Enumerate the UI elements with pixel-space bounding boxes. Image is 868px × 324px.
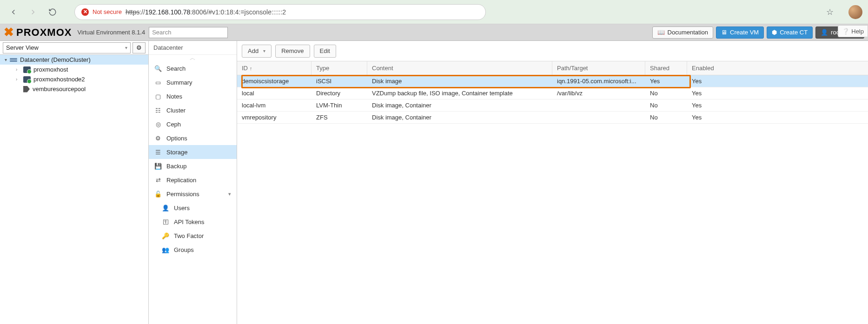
nav-item-options[interactable]: ⚙Options <box>149 131 237 145</box>
table-row[interactable]: vmrepository ZFS Disk image, Container N… <box>237 112 868 124</box>
nav-collapse-handle[interactable]: ︿ <box>149 55 237 61</box>
book-icon: ▭ <box>154 79 162 86</box>
notes-icon: ▢ <box>154 93 162 100</box>
create-vm-button[interactable]: 🖥 Create VM <box>716 26 764 39</box>
server-icon <box>23 66 31 73</box>
tree-node-label: Datacenter (DemoCluster) <box>20 56 91 63</box>
nav-item-ceph[interactable]: ◎Ceph <box>149 117 237 131</box>
storage-icon: ☰ <box>154 149 162 156</box>
search-input[interactable]: Search <box>149 27 228 38</box>
tree-node-host-2[interactable]: › proxmoxhostnode2 <box>0 74 148 84</box>
expand-icon[interactable]: › <box>16 77 20 82</box>
tree-node-pool[interactable]: vemburesourcepool <box>0 84 148 94</box>
profile-avatar[interactable] <box>848 5 862 19</box>
edit-button[interactable]: Edit <box>314 45 336 58</box>
pool-icon <box>23 86 30 93</box>
nav-item-groups[interactable]: 👥Groups <box>149 243 237 257</box>
nav-item-users[interactable]: 👤Users <box>149 201 237 215</box>
nav-label: Cluster <box>166 107 186 114</box>
monitor-icon: 🖥 <box>721 29 727 36</box>
nav-item-notes[interactable]: ▢Notes <box>149 89 237 103</box>
help-button[interactable]: ❔ Help <box>838 25 868 37</box>
chevron-down-icon: ▾ <box>228 191 231 197</box>
table-row[interactable]: local-lvm LVM-Thin Disk image, Container… <box>237 99 868 112</box>
brand-logo: ✖ PROXMOX <box>4 25 72 40</box>
table-row[interactable]: demoiscsistorage iSCSI Disk image iqn.19… <box>237 75 868 87</box>
cell-content: Disk image, Container <box>367 114 552 121</box>
tree-node-label: proxmoxhostnode2 <box>33 76 85 83</box>
col-enabled[interactable]: Enabled <box>687 61 723 75</box>
nav-item-replication[interactable]: ⇄Replication <box>149 173 237 187</box>
nav-label: Users <box>174 205 190 212</box>
nav-item-summary[interactable]: ▭Summary <box>149 75 237 89</box>
cell-shared: No <box>645 90 687 97</box>
nav-item-cluster[interactable]: ☷Cluster <box>149 103 237 117</box>
address-bar[interactable]: ✕ Not secure https://192.168.100.78:8006… <box>74 4 486 20</box>
col-path[interactable]: Path/Target <box>552 61 645 75</box>
tree-settings-button[interactable]: ⚙ <box>133 42 146 53</box>
view-selector-label: Server View <box>6 44 39 51</box>
nav-label: Storage <box>166 149 188 156</box>
cell-shared: No <box>645 114 687 121</box>
col-content[interactable]: Content <box>367 61 552 75</box>
nav-label: Notes <box>166 93 182 100</box>
documentation-button[interactable]: 📖 Documentation <box>652 26 713 39</box>
table-row[interactable]: local Directory VZDump backup file, ISO … <box>237 87 868 99</box>
col-shared[interactable]: Shared <box>645 61 687 75</box>
bookmark-icon[interactable]: ☆ <box>826 7 834 17</box>
edit-label: Edit <box>320 47 330 54</box>
tree-header: Server View ▾ ⚙ <box>0 41 148 55</box>
create-ct-button[interactable]: ⬢ Create CT <box>767 26 813 39</box>
tree-node-host-1[interactable]: › proxmoxhost <box>0 65 148 74</box>
nav-item-api-tokens[interactable]: ⚿API Tokens <box>149 215 237 229</box>
back-button[interactable] <box>6 4 21 20</box>
nav-label: Search <box>166 65 186 72</box>
cell-id: local-lvm <box>237 102 311 109</box>
cell-enabled: Yes <box>687 90 723 97</box>
help-icon: ❔ <box>842 28 849 35</box>
cell-id: demoiscsistorage <box>237 78 311 85</box>
cell-enabled: Yes <box>687 78 723 85</box>
nav-item-backup[interactable]: 💾Backup <box>149 159 237 173</box>
tree-node-datacenter[interactable]: ▾ Datacenter (DemoCluster) <box>0 55 148 65</box>
view-selector[interactable]: Server View ▾ <box>3 42 131 53</box>
nav-label: Permissions <box>166 191 199 198</box>
cell-shared: No <box>645 102 687 109</box>
chevron-down-icon: ▾ <box>125 45 127 50</box>
expand-icon[interactable]: › <box>16 67 20 72</box>
documentation-label: Documentation <box>668 29 708 36</box>
cell-enabled: Yes <box>687 114 723 121</box>
replication-icon: ⇄ <box>154 177 162 184</box>
nav-label: API Tokens <box>174 218 205 225</box>
cell-content: VZDump backup file, ISO image, Container… <box>367 90 552 97</box>
workspace: Server View ▾ ⚙ ▾ Datacenter (DemoCluste… <box>0 41 868 324</box>
nav-item-storage[interactable]: ☰Storage <box>149 145 237 159</box>
reload-button[interactable] <box>45 4 60 20</box>
book-icon: 📖 <box>657 29 665 36</box>
collapse-icon[interactable]: ▾ <box>5 57 7 62</box>
user-icon: 👤 <box>162 205 169 212</box>
col-type[interactable]: Type <box>311 61 367 75</box>
nav-label: Ceph <box>166 121 181 128</box>
tree-node-label: proxmoxhost <box>33 66 68 73</box>
col-id[interactable]: ID↑ <box>237 61 311 75</box>
cell-content: Disk image, Container <box>367 102 552 109</box>
cell-enabled: Yes <box>687 102 723 109</box>
nav-item-two-factor[interactable]: 🔑Two Factor <box>149 229 237 243</box>
app-toolbar: ✖ PROXMOX Virtual Environment 8.1.4 Sear… <box>0 24 868 41</box>
cell-type: iSCSI <box>311 78 367 85</box>
nav-item-permissions[interactable]: 🔓Permissions▾ <box>149 187 237 201</box>
cube-icon: ⬢ <box>772 29 777 36</box>
add-button[interactable]: Add▾ <box>242 45 272 58</box>
add-label: Add <box>248 47 258 54</box>
nav-item-search[interactable]: 🔍Search <box>149 61 237 75</box>
forward-button[interactable] <box>25 4 41 20</box>
content-panel: ❔ Help Add▾ Remove Edit ID↑ Type Content… <box>237 41 868 324</box>
nav-panel: Datacenter ︿ 🔍Search ▭Summary ▢Notes ☷Cl… <box>149 41 237 324</box>
datacenter-icon <box>10 58 17 62</box>
cell-shared: Yes <box>645 78 687 85</box>
env-label: Virtual Environment 8.1.4 <box>77 29 145 36</box>
remove-button[interactable]: Remove <box>275 45 310 58</box>
token-icon: ⚿ <box>162 218 169 225</box>
cell-id: vmrepository <box>237 114 311 121</box>
